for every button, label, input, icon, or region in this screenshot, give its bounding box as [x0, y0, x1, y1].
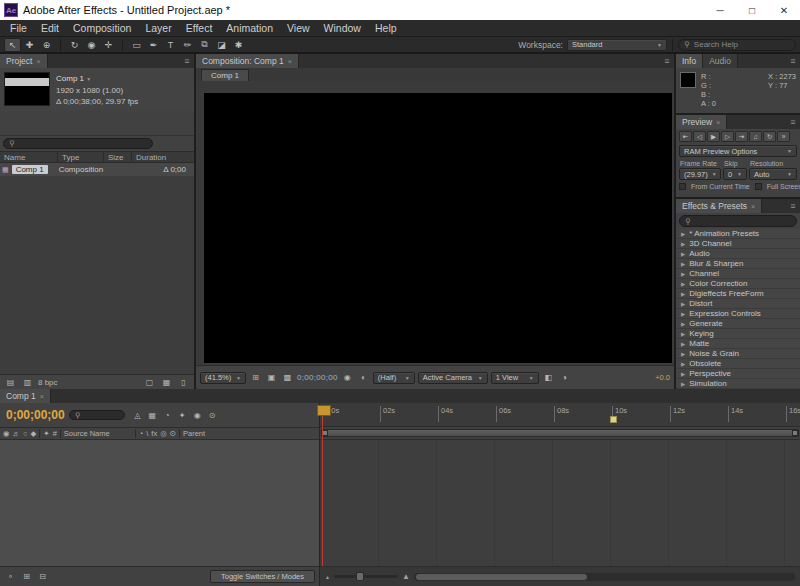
quality-switch-icon[interactable]: \ — [146, 429, 148, 438]
zoom-in-mountain-icon[interactable]: ▲ — [402, 572, 410, 581]
camera-dropdown[interactable]: Active Camera ▼ — [418, 372, 488, 384]
timeline-marker[interactable] — [610, 416, 617, 423]
expand-icon[interactable]: ▶ — [681, 311, 685, 317]
tab-close-icon[interactable]: × — [36, 58, 40, 65]
full-screen-checkbox[interactable] — [755, 183, 762, 190]
show-snapshot-icon[interactable]: ◐ — [357, 372, 370, 384]
current-time-indicator-head[interactable] — [317, 405, 331, 416]
tab-composition[interactable]: Composition: Comp 1 × — [196, 54, 299, 68]
menu-animation[interactable]: Animation — [219, 22, 280, 34]
expand-icon[interactable]: ▶ — [681, 241, 685, 247]
menu-help[interactable]: Help — [368, 22, 404, 34]
eraser-tool-icon[interactable]: ◪ — [213, 38, 230, 52]
effects-search-input[interactable]: ⚲ — [679, 215, 797, 227]
expand-icon[interactable]: ▶ — [681, 341, 685, 347]
expand-icon[interactable]: ▶ — [681, 371, 685, 377]
solo-icon[interactable]: ○ — [23, 429, 28, 438]
next-frame-button[interactable]: ▷ — [721, 131, 734, 142]
mini-flowchart-icon[interactable]: ◬ — [131, 409, 144, 421]
effects-category-3d-channel[interactable]: ▶3D Channel — [676, 239, 800, 249]
rotation-tool-icon[interactable]: ↻ — [66, 38, 83, 52]
new-folder-icon[interactable]: ▢ — [143, 376, 156, 388]
effects-category-color-correction[interactable]: ▶Color Correction — [676, 279, 800, 289]
maximize-button[interactable]: □ — [736, 0, 768, 20]
project-empty-area[interactable] — [0, 176, 194, 374]
panel-menu-icon[interactable]: ≡ — [660, 54, 674, 68]
hand-tool-icon[interactable]: ✚ — [21, 38, 38, 52]
draft-3d-icon[interactable]: ▦ — [146, 409, 159, 421]
expand-icon[interactable]: ▶ — [681, 351, 685, 357]
menu-layer[interactable]: Layer — [138, 22, 178, 34]
expand-icon[interactable]: ▶ — [681, 381, 685, 387]
effects-category-keying[interactable]: ▶Keying — [676, 329, 800, 339]
shape-tool-icon[interactable]: ▭ — [128, 38, 145, 52]
clone-stamp-tool-icon[interactable]: ⧉ — [196, 38, 213, 52]
audio-toggle-button[interactable]: ♫ — [749, 131, 762, 142]
first-frame-button[interactable]: ⇤ — [679, 131, 692, 142]
effects-category-simulation[interactable]: ▶Simulation — [676, 379, 800, 389]
tab-preview[interactable]: Preview × — [676, 115, 727, 129]
timeline-horizontal-scrollbar[interactable] — [414, 573, 795, 581]
expand-icon[interactable]: ▶ — [681, 251, 685, 257]
source-name-column[interactable]: Source Name — [64, 429, 110, 438]
expand-icon[interactable]: ▶ — [681, 321, 685, 327]
tab-close-icon[interactable]: × — [751, 203, 755, 210]
transparency-grid-icon[interactable]: ▩ — [281, 372, 294, 384]
parent-column[interactable]: Parent — [183, 429, 205, 438]
layer-list-area[interactable] — [0, 440, 319, 566]
view-layout-dropdown[interactable]: 1 View ▼ — [491, 372, 539, 384]
menu-file[interactable]: File — [3, 22, 34, 34]
three-d-switch-icon[interactable]: ⊙ — [170, 429, 176, 438]
zoom-out-mountain-icon[interactable]: ▲ — [325, 574, 330, 580]
camera-tool-icon[interactable]: ◉ — [83, 38, 100, 52]
effects-category-generate[interactable]: ▶Generate — [676, 319, 800, 329]
lock-icon[interactable]: ◆ — [31, 429, 37, 438]
expand-icon[interactable]: ▶ — [681, 331, 685, 337]
audio-icon[interactable]: ♬ — [13, 429, 21, 438]
from-current-time-checkbox[interactable] — [679, 183, 686, 190]
menu-view[interactable]: View — [280, 22, 317, 34]
graph-editor-icon[interactable]: ⊙ — [206, 409, 219, 421]
delete-icon[interactable]: ▯ — [177, 376, 190, 388]
toggle-switches-modes-button[interactable]: Toggle Switches / Modes — [210, 570, 315, 583]
label-column-icon[interactable]: ✦ — [43, 429, 49, 438]
zoom-slider-thumb[interactable] — [356, 572, 364, 581]
expand-icon[interactable]: ▶ — [681, 301, 685, 307]
panel-menu-icon[interactable]: ≡ — [786, 115, 800, 129]
effects-category-noise-grain[interactable]: ▶Noise & Grain — [676, 349, 800, 359]
project-search-input[interactable]: ⚲ — [3, 138, 153, 149]
project-item-name[interactable]: Comp 1 — [12, 165, 48, 174]
skip-dropdown[interactable]: 0 ▼ — [723, 168, 747, 180]
track-area[interactable] — [320, 440, 800, 566]
tab-close-icon[interactable]: × — [288, 58, 292, 65]
brush-tool-icon[interactable]: ✏ — [179, 38, 196, 52]
effects-category-blur-sharpen[interactable]: ▶Blur & Sharpen — [676, 259, 800, 269]
magnification-dropdown[interactable]: (41.5%) ▼ — [200, 372, 246, 384]
ram-preview-button[interactable]: » — [777, 131, 790, 142]
shy-switch-icon[interactable]: ◔ — [139, 429, 144, 438]
frame-blend-icon[interactable]: ✦ — [176, 409, 189, 421]
exposure-value[interactable]: +0.0 — [655, 373, 670, 382]
hide-shy-layers-icon[interactable]: ◔ — [161, 409, 174, 421]
exposure-reset-icon[interactable]: ◑ — [558, 372, 571, 384]
grid-guides-icon[interactable]: ⊞ — [249, 372, 262, 384]
expand-icon[interactable]: ▶ — [681, 261, 685, 267]
effects-category-animation-presets[interactable]: ▶* Animation Presets — [676, 229, 800, 239]
visibility-icon[interactable]: ◉ — [3, 429, 10, 438]
comp-name[interactable]: Comp 1 — [56, 74, 84, 83]
pen-tool-icon[interactable]: ✒ — [145, 38, 162, 52]
effects-category-perspective[interactable]: ▶Perspective — [676, 369, 800, 379]
region-of-interest-icon[interactable]: ▣ — [265, 372, 278, 384]
ram-preview-options-dropdown[interactable]: RAM Preview Options ▼ — [679, 145, 797, 157]
menu-composition[interactable]: Composition — [66, 22, 138, 34]
work-area-end-handle[interactable] — [792, 430, 798, 436]
type-tool-icon[interactable]: T — [162, 38, 179, 52]
snapshot-icon[interactable]: ◉ — [341, 372, 354, 384]
expand-icon[interactable]: ▶ — [681, 271, 685, 277]
tab-info[interactable]: Info — [676, 54, 703, 68]
menu-effect[interactable]: Effect — [179, 22, 220, 34]
effects-category-digieffects-freeform[interactable]: ▶Digieffects FreeForm — [676, 289, 800, 299]
effects-category-obsolete[interactable]: ▶Obsolete — [676, 359, 800, 369]
effects-category-audio[interactable]: ▶Audio — [676, 249, 800, 259]
tab-timeline-comp1[interactable]: Comp 1 × — [0, 389, 51, 403]
